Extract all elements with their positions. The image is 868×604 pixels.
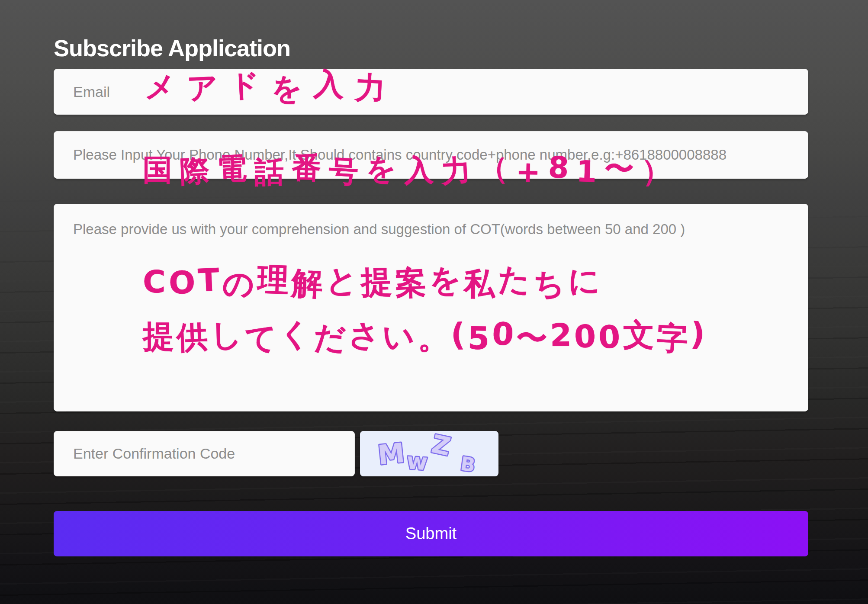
confirmation-code-input[interactable] [54,431,355,476]
submit-button[interactable]: Submit [54,511,808,556]
handwritten-note-email: メアドを入力 [145,67,397,107]
suggestion-textarea[interactable] [54,204,808,411]
captcha-letter-2: w [406,448,428,475]
captcha-letter-4: B [459,452,476,476]
captcha-letter-1: M [376,437,406,471]
captcha-letters: M w Z B [360,431,498,476]
captcha-letter-3: Z [429,431,453,462]
subscribe-application-page: Subscribe Application M w Z B Submit メアド… [0,0,868,604]
captcha-image[interactable]: M w Z B [360,431,498,476]
page-title: Subscribe Application [54,35,290,61]
handwritten-note-suggestion-line2: 提供してください。(50〜200文字) [143,316,707,357]
handwritten-note-suggestion-line1: COTの理解と提案を私たちに [143,261,603,303]
handwritten-note-phone: 国際電話番号を入力（+81〜） [143,151,679,190]
